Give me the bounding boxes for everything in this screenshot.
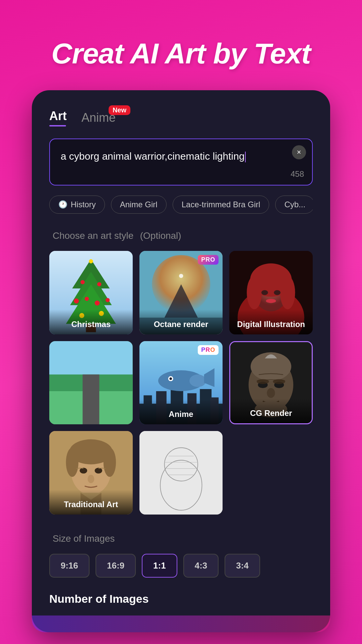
extra2-svg bbox=[139, 431, 223, 515]
svg-point-23 bbox=[247, 276, 262, 309]
text-cursor bbox=[245, 152, 246, 162]
svg-rect-31 bbox=[82, 374, 99, 424]
art-octane-label: Octane render bbox=[139, 310, 223, 334]
size-9-16[interactable]: 9:16 bbox=[49, 554, 89, 578]
art-style-section-title: Choose an art style (Optional) bbox=[49, 228, 313, 241]
size-options: 9:16 16:9 1:1 4:3 3:4 bbox=[49, 554, 313, 578]
art-traditional-label: Traditional Art bbox=[49, 490, 133, 515]
svg-point-58 bbox=[66, 448, 78, 477]
suggestion-chips: 🕐 History Anime Girl Lace-trimmed Bra Gi… bbox=[49, 196, 313, 214]
art-style-octane[interactable]: PRO Octane render bbox=[139, 251, 223, 334]
size-section-title: Size of Images bbox=[49, 531, 313, 544]
chip-lace-bra-girl[interactable]: Lace-trimmed Bra Girl bbox=[173, 196, 269, 214]
svg-point-24 bbox=[280, 276, 295, 309]
prompt-input-wrapper[interactable]: a cyborg animal warrior,cinematic lighti… bbox=[49, 139, 313, 185]
history-icon: 🕐 bbox=[58, 200, 67, 209]
svg-point-11 bbox=[106, 298, 110, 302]
size-4-3[interactable]: 4:3 bbox=[183, 554, 219, 578]
art-style-extra2[interactable] bbox=[139, 431, 223, 515]
art-style-christmas[interactable]: Christmas bbox=[49, 251, 133, 334]
chip-history[interactable]: 🕐 History bbox=[49, 196, 105, 214]
svg-point-8 bbox=[74, 299, 79, 304]
pro-badge-octane: PRO bbox=[198, 255, 219, 265]
size-1-1[interactable]: 1:1 bbox=[142, 554, 177, 578]
svg-point-25 bbox=[261, 290, 268, 295]
svg-point-44 bbox=[169, 377, 172, 380]
svg-point-52 bbox=[267, 388, 275, 398]
svg-rect-64 bbox=[139, 431, 223, 515]
svg-point-41 bbox=[189, 374, 206, 387]
chip-cyb[interactable]: Cyb... bbox=[275, 196, 313, 214]
bottom-bar bbox=[32, 615, 330, 632]
art-style-traditional[interactable]: Traditional Art bbox=[49, 431, 133, 515]
svg-rect-30 bbox=[49, 341, 133, 374]
size-of-images-section: Size of Images 9:16 16:9 1:1 4:3 3:4 bbox=[49, 531, 313, 578]
art-digital-label: Digital Illustration bbox=[229, 310, 313, 334]
art-style-digital[interactable]: Digital Illustration bbox=[229, 251, 313, 334]
svg-point-61 bbox=[95, 468, 102, 474]
svg-point-26 bbox=[274, 290, 281, 295]
svg-point-7 bbox=[97, 282, 101, 286]
chip-anime-girl[interactable]: Anime Girl bbox=[111, 196, 167, 214]
extra1-svg bbox=[49, 341, 133, 425]
svg-point-6 bbox=[80, 280, 84, 284]
svg-point-62 bbox=[87, 475, 94, 483]
art-christmas-label: Christmas bbox=[49, 310, 133, 334]
art-style-anime[interactable]: PRO Anime bbox=[139, 341, 223, 425]
prompt-text[interactable]: a cyborg animal warrior,cinematic lighti… bbox=[61, 149, 303, 175]
size-16-9[interactable]: 16:9 bbox=[96, 554, 136, 578]
svg-point-50 bbox=[257, 379, 269, 384]
svg-point-51 bbox=[273, 379, 285, 384]
tab-anime[interactable]: Anime New bbox=[81, 111, 116, 125]
size-3-4[interactable]: 3:4 bbox=[225, 554, 260, 578]
svg-point-5 bbox=[89, 259, 93, 263]
art-style-grid: Christmas PRO Oc bbox=[49, 251, 313, 515]
art-style-cg[interactable]: CG Render bbox=[229, 341, 313, 425]
char-count: 458 bbox=[291, 169, 304, 179]
svg-point-27 bbox=[266, 299, 276, 303]
tab-art[interactable]: Art bbox=[49, 109, 67, 126]
svg-point-60 bbox=[80, 468, 87, 474]
num-images-title: Number of Images bbox=[49, 592, 313, 605]
art-cg-label: CG Render bbox=[230, 398, 312, 423]
art-anime-label: Anime bbox=[139, 399, 223, 424]
hero-title: Creat AI Art by Text bbox=[31, 37, 330, 70]
clear-button[interactable]: × bbox=[292, 145, 306, 159]
new-badge: New bbox=[109, 105, 130, 115]
svg-point-59 bbox=[104, 448, 116, 477]
svg-point-10 bbox=[95, 301, 100, 306]
art-style-extra1[interactable] bbox=[49, 341, 133, 425]
svg-point-18 bbox=[179, 274, 183, 278]
pro-badge-anime: PRO bbox=[198, 345, 219, 355]
phone-card: Art Anime New a cyborg animal warrior,ci… bbox=[32, 90, 330, 632]
tab-bar: Art Anime New bbox=[49, 109, 313, 126]
svg-point-9 bbox=[85, 297, 89, 301]
